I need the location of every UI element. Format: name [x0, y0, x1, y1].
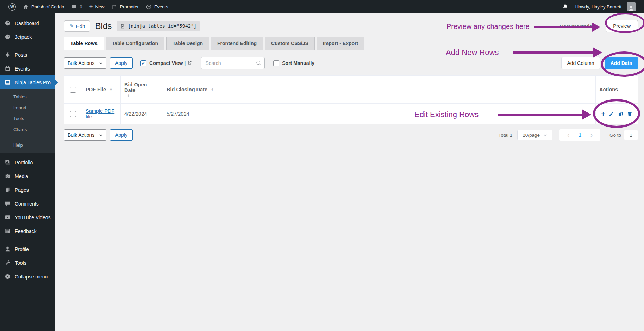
account-menu[interactable]: Howdy, Hayley Barnett [572, 0, 639, 13]
submenu-divider [4, 137, 51, 137]
sidebar-item-portfolio[interactable]: Portfolio [0, 155, 55, 169]
sidebar-item-comments[interactable]: Comments [0, 197, 55, 210]
sidebar-item-label: Ninja Tables Pro [15, 80, 51, 85]
add-row-icon[interactable]: + [601, 110, 605, 117]
sort-manually-label: Sort Manually [282, 60, 314, 66]
sort-caret-icon[interactable]: ▲▼ [110, 88, 112, 91]
apply-button-bottom[interactable]: Apply [110, 129, 133, 141]
column-header-pdf-file[interactable]: PDF File ▲▼ [82, 76, 121, 103]
shortcode-text: [ninja_tables id="5942"] [128, 23, 196, 29]
data-table: PDF File ▲▼ Bid Open Date ▲▼ Bid Closing… [64, 75, 638, 124]
chevron-down-icon [543, 133, 547, 137]
submenu-item-import[interactable]: Import [0, 102, 55, 113]
column-label: PDF File [86, 87, 106, 92]
tab-table-configuration[interactable]: Table Configuration [106, 37, 164, 50]
submenu-item-charts[interactable]: Charts [0, 124, 55, 135]
next-page-button[interactable]: › [586, 131, 597, 139]
prev-page-button[interactable]: ‹ [563, 131, 574, 139]
page-size-select[interactable]: 20/page [517, 130, 552, 140]
preview-button[interactable]: Preview [606, 20, 638, 32]
events-menu[interactable]: Events [142, 0, 172, 13]
notifications-menu[interactable] [558, 0, 572, 13]
pdf-file-link[interactable]: Sample PDF file [86, 108, 117, 119]
column-header-bid-open-date[interactable]: Bid Open Date ▲▼ [121, 76, 163, 103]
jetpack-icon [4, 33, 11, 40]
search-input[interactable] [201, 57, 265, 69]
bulk-actions-select[interactable]: Bulk Actions [64, 57, 106, 69]
sidebar-separator [0, 238, 55, 242]
bulk-actions-label: Bulk Actions [68, 132, 94, 138]
home-icon [23, 4, 29, 10]
apply-button[interactable]: Apply [110, 57, 133, 69]
sidebar-item-feedback[interactable]: Feedback [0, 224, 55, 238]
active-menu-arrow [55, 80, 58, 85]
sidebar-item-label: Posts [15, 52, 27, 58]
sidebar-item-jetpack[interactable]: Jetpack [0, 30, 55, 44]
tab-custom-css-js[interactable]: Custom CSS/JS [265, 37, 315, 50]
table-header: PDF File ▲▼ Bid Open Date ▲▼ Bid Closing… [64, 76, 638, 104]
goto-page-input[interactable] [624, 130, 638, 140]
new-content-menu[interactable]: + New [86, 0, 108, 13]
sidebar-item-media[interactable]: Media [0, 169, 55, 183]
sidebar-item-youtube-videos[interactable]: YouTube Videos [0, 210, 55, 224]
comments-menu[interactable]: 0 [68, 0, 86, 13]
events-label: Events [154, 4, 168, 10]
wp-logo-menu[interactable]: W [5, 0, 19, 13]
duplicate-row-icon[interactable] [618, 111, 624, 117]
promoter-menu[interactable]: Promoter [108, 0, 142, 13]
chevron-down-icon [99, 61, 103, 65]
sidebar-item-label: Comments [15, 201, 39, 207]
column-header-actions: Actions [596, 76, 638, 103]
bulk-actions-select-bottom[interactable]: Bulk Actions [64, 129, 106, 141]
row-checkbox[interactable] [70, 111, 76, 117]
tab-import-export[interactable]: Import - Export [317, 37, 364, 50]
bottom-toolbar: Bulk Actions Apply Total 1 20/page ‹ 1 ›… [64, 129, 638, 141]
delete-row-icon[interactable] [627, 111, 633, 117]
sidebar-separator [0, 44, 55, 48]
compact-view-checkbox[interactable]: ✓ [140, 60, 146, 66]
tab-frontend-editing[interactable]: Frontend Editing [211, 37, 263, 50]
sort-manually-checkbox[interactable] [273, 60, 279, 66]
current-page[interactable]: 1 [574, 132, 586, 138]
add-data-button[interactable]: Add Data [605, 57, 638, 69]
total-count-label: Total 1 [498, 133, 512, 138]
search-field-wrap [201, 57, 265, 69]
sort-caret-icon[interactable]: ▲▼ [211, 88, 214, 91]
sidebar-item-tools[interactable]: Tools [0, 256, 55, 270]
tab-table-rows[interactable]: Table Rows [64, 37, 104, 50]
feedback-form-icon [4, 228, 11, 234]
sidebar-item-events[interactable]: Events [0, 62, 55, 75]
column-header-bid-closing-date[interactable]: Bid Closing Date ▲▼ [163, 76, 596, 103]
sidebar-item-label: Events [15, 66, 30, 72]
submenu-item-help[interactable]: Help [0, 140, 55, 151]
add-column-button[interactable]: Add Column [561, 57, 600, 69]
external-link-icon[interactable] [187, 60, 192, 66]
sidebar-item-label: Tools [15, 260, 26, 266]
promoter-label: Promoter [120, 4, 138, 10]
sort-manually-group: Sort Manually [273, 60, 314, 66]
cell-actions: + [596, 104, 638, 124]
sidebar-item-label: Media [15, 173, 28, 179]
edit-title-button[interactable]: ✎ Edit [64, 20, 90, 32]
site-name-link[interactable]: Parish of Caddo [19, 0, 68, 13]
main-content: ✎ Edit Bids [ninja_tables id="5942"] Doc… [55, 13, 644, 331]
shortcode-badge[interactable]: [ninja_tables id="5942"] [117, 21, 200, 31]
table-body: Sample PDF file 4/22/2024 5/27/2024 + [64, 104, 638, 124]
sidebar-item-profile[interactable]: Profile [0, 242, 55, 256]
portfolio-icon [4, 159, 11, 166]
sidebar-item-ninja-tables-pro[interactable]: Ninja Tables Pro [0, 75, 55, 89]
select-all-checkbox[interactable] [70, 87, 76, 93]
document-icon [120, 24, 125, 29]
submenu-item-tools[interactable]: Tools [0, 113, 55, 124]
sidebar-item-pages[interactable]: Pages [0, 183, 55, 197]
documentation-link[interactable]: Documentation [559, 23, 595, 29]
sidebar-item-posts[interactable]: Posts [0, 48, 55, 62]
tab-table-design[interactable]: Table Design [166, 37, 209, 50]
sort-caret-icon[interactable]: ▲▼ [127, 94, 130, 97]
collapse-arrow-icon [4, 273, 11, 280]
edit-row-icon[interactable] [608, 111, 614, 117]
submenu-item-tables[interactable]: Tables [0, 91, 55, 102]
sidebar-item-dashboard[interactable]: Dashboard [0, 16, 55, 30]
collapse-menu-button[interactable]: Collapse menu [0, 270, 55, 283]
sidebar-item-label: Jetpack [15, 34, 32, 40]
